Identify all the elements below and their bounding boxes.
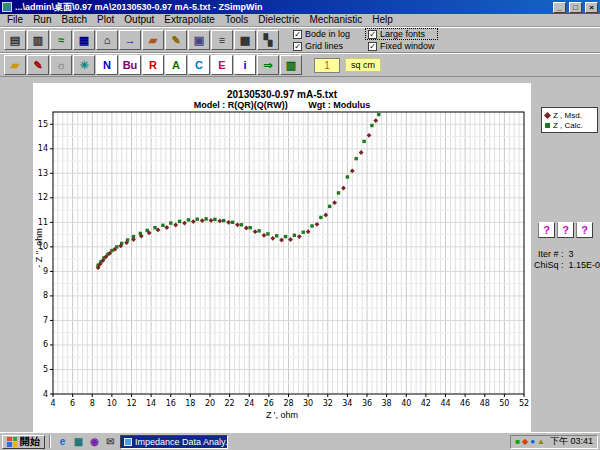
svg-text:30: 30 [303, 399, 313, 408]
svg-text:24: 24 [244, 399, 254, 408]
quit-icon[interactable]: ▥ [280, 55, 302, 75]
task-button-impedance[interactable]: Impedance Data Analy... [120, 435, 228, 449]
tray-icon-3[interactable]: ● [530, 438, 535, 446]
run-fit-icon[interactable]: → [119, 30, 141, 50]
menu-extrapolate[interactable]: Extrapolate [159, 14, 220, 26]
toolbar-checkboxes: ✓Bode in log✓Grid lines✓Large fonts✓Fixe… [291, 28, 437, 52]
help-button-2[interactable]: ? [557, 222, 574, 238]
eraser-icon[interactable]: ▰ [142, 30, 164, 50]
menu-file[interactable]: File [2, 14, 28, 26]
copy-icon[interactable]: ▣ [188, 30, 210, 50]
checkbox-fixed-window[interactable]: ✓Fixed window [366, 41, 437, 51]
svg-text:50: 50 [499, 399, 509, 408]
svg-text:36: 36 [362, 399, 372, 408]
minimize-button[interactable]: _ [553, 2, 566, 13]
svg-text:20: 20 [205, 399, 215, 408]
checkbox-large-fonts[interactable]: ✓Large fonts [366, 29, 437, 39]
element-r-icon[interactable]: R [142, 55, 164, 75]
home-icon[interactable]: ⌂ [96, 30, 118, 50]
x-axis-title: Z ', ohm [33, 410, 531, 420]
help-button-3[interactable]: ? [576, 222, 593, 238]
svg-text:44: 44 [440, 399, 450, 408]
menu-mechanistic[interactable]: Mechanistic [304, 14, 367, 26]
snowflake-icon[interactable]: ✳ [73, 55, 95, 75]
svg-text:46: 46 [460, 399, 470, 408]
pencil-icon[interactable]: ✎ [165, 30, 187, 50]
area-unit-label: sq cm [345, 58, 381, 72]
tray-icon-1[interactable]: ■ [515, 438, 520, 446]
menu-tools[interactable]: Tools [220, 14, 253, 26]
mail-icon[interactable]: ✉ [103, 435, 118, 448]
legend-item: Z , Msd. [545, 110, 594, 120]
svg-text:26: 26 [264, 399, 274, 408]
checkbox-label: Large fonts [380, 29, 425, 39]
taskbar-divider [49, 435, 51, 448]
stack-windows-icon[interactable]: ≡ [211, 30, 233, 50]
title-bar: ...\admin\桌面\0.97 mA\20130530-0.97 mA-5.… [0, 0, 600, 14]
svg-text:32: 32 [323, 399, 333, 408]
checkbox-grid-lines[interactable]: ✓Grid lines [291, 41, 352, 51]
edit-plot-icon[interactable]: ✎ [27, 55, 49, 75]
svg-text:48: 48 [480, 399, 490, 408]
tray-icon-2[interactable]: ◆ [522, 438, 528, 446]
svg-text:14: 14 [146, 399, 156, 408]
open-document-icon[interactable]: ▥ [27, 30, 49, 50]
area-input[interactable] [314, 58, 340, 73]
svg-text:10: 10 [107, 399, 117, 408]
desktop-icon[interactable]: ▦ [71, 435, 86, 448]
signal-plot-icon[interactable]: ≈ [50, 30, 72, 50]
right-panel: Z , Msd.Z , Calc. ??? Iter # : 3 ChiSq :… [531, 83, 600, 432]
modulus-plot-icon[interactable]: ▦ [73, 30, 95, 50]
menu-run[interactable]: Run [28, 14, 56, 26]
svg-text:8: 8 [43, 291, 48, 300]
toolbar-row1: ▤▥≈▦⌂→▰✎▣≡▩▚ ✓Bode in log✓Grid lines✓Lar… [0, 27, 600, 53]
svg-text:13: 13 [38, 169, 48, 178]
chart-panel: 20130530-0.97 mA-5.txt Model : R(QR)(Q(R… [33, 83, 531, 432]
svg-text:8: 8 [90, 399, 95, 408]
svg-text:6: 6 [70, 399, 75, 408]
svg-text:42: 42 [421, 399, 431, 408]
legend-label: Z , Msd. [553, 111, 582, 120]
help-button-1[interactable]: ? [538, 222, 555, 238]
menu-dielectric[interactable]: Dielectric [253, 14, 304, 26]
svg-text:28: 28 [283, 399, 293, 408]
chisq-label: ChiSq : [534, 260, 564, 270]
element-c-icon[interactable]: C [188, 55, 210, 75]
element-a-icon[interactable]: A [165, 55, 187, 75]
menu-output[interactable]: Output [119, 14, 159, 26]
tray-icon-4[interactable]: ▲ [537, 438, 545, 446]
settings-icon[interactable]: ☼ [50, 55, 72, 75]
nyquist-plot: 4681012141618202224262830323436384042444… [33, 83, 531, 423]
menu-help[interactable]: Help [367, 14, 398, 26]
new-document-icon[interactable]: ▤ [4, 30, 26, 50]
diamond-marker-icon [544, 111, 551, 118]
taskbar: 開始 e▦◉✉ Impedance Data Analy... ■◆●▲ 下午 … [0, 432, 600, 450]
chisq-info: ChiSq : 1.15E-03 [534, 260, 600, 270]
task-app-icon [124, 438, 132, 446]
folder-icon[interactable]: ▰ [4, 55, 26, 75]
checkbox-icon: ✓ [293, 42, 302, 51]
media-player-icon[interactable]: ◉ [87, 435, 102, 448]
info-icon[interactable]: i [234, 55, 256, 75]
cascade-windows-icon[interactable]: ▩ [234, 30, 256, 50]
legend-item: Z , Calc. [545, 120, 594, 130]
start-button[interactable]: 開始 [2, 435, 45, 449]
chart-legend: Z , Msd.Z , Calc. [541, 107, 598, 133]
zsimpwin-window: ...\admin\桌面\0.97 mA\20130530-0.97 mA-5.… [0, 0, 600, 450]
app-icon [2, 2, 12, 12]
element-e-icon[interactable]: E [211, 55, 233, 75]
checkbox-icon: ✓ [368, 30, 377, 39]
exit-door-icon[interactable]: ⇒ [257, 55, 279, 75]
menu-batch[interactable]: Batch [56, 14, 92, 26]
svg-text:15: 15 [38, 120, 48, 129]
svg-text:16: 16 [166, 399, 176, 408]
menu-plot[interactable]: Plot [92, 14, 119, 26]
maximize-button[interactable]: □ [569, 2, 582, 13]
square-marker-icon [545, 123, 550, 128]
tile-windows-icon[interactable]: ▚ [257, 30, 279, 50]
ie-icon[interactable]: e [55, 435, 70, 448]
element-bu-icon[interactable]: Bu [119, 55, 141, 75]
element-n-icon[interactable]: N [96, 55, 118, 75]
checkbox-bode-in-log[interactable]: ✓Bode in log [291, 29, 352, 39]
close-button[interactable]: × [585, 2, 598, 13]
